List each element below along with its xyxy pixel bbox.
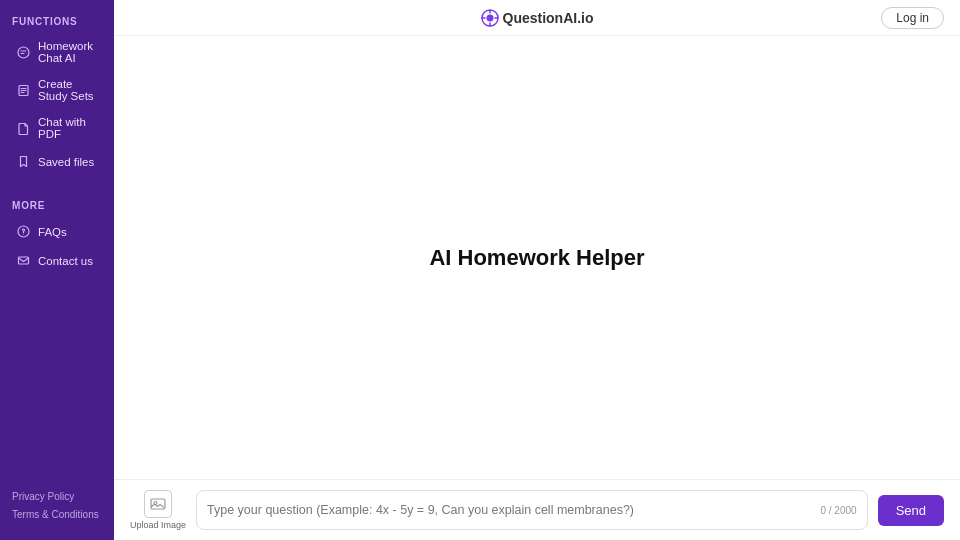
sidebar-more-label: MORE	[0, 184, 114, 217]
sidebar-functions-label: FUNCTIONS	[0, 0, 114, 33]
sidebar-item-label: Homework Chat AI	[38, 40, 98, 64]
sidebar-item-label: Saved files	[38, 156, 94, 168]
sidebar-item-saved-files[interactable]: Saved files	[4, 148, 110, 175]
logo-icon	[481, 9, 499, 27]
page-title: AI Homework Helper	[429, 245, 644, 271]
svg-rect-7	[151, 499, 165, 509]
sidebar-item-label: FAQs	[38, 226, 67, 238]
pdf-icon	[16, 121, 31, 136]
content-area: AI Homework Helper	[114, 36, 960, 479]
question-input[interactable]	[207, 503, 820, 517]
sidebar-item-label: Chat with PDF	[38, 116, 98, 140]
mail-icon	[16, 253, 31, 268]
upload-label: Upload Image	[130, 520, 186, 530]
bookmark-icon	[16, 154, 31, 169]
sidebar-item-contact[interactable]: Contact us	[4, 247, 110, 274]
terms-link[interactable]: Terms & Conditions	[12, 506, 102, 524]
upload-image-button[interactable]: Upload Image	[130, 490, 186, 530]
question-icon	[16, 224, 31, 239]
header: QuestionAI.io Log in	[114, 0, 960, 36]
svg-point-6	[486, 14, 493, 21]
char-count: 0 / 2000	[820, 505, 856, 516]
login-button[interactable]: Log in	[881, 7, 944, 29]
book-icon	[16, 83, 31, 98]
input-bar: Upload Image 0 / 2000 Send	[114, 479, 960, 540]
sidebar-item-chat-pdf[interactable]: Chat with PDF	[4, 110, 110, 146]
logo-text: QuestionAI.io	[503, 10, 594, 26]
sidebar-item-label: Create Study Sets	[38, 78, 98, 102]
sidebar-item-label: Contact us	[38, 255, 93, 267]
upload-icon	[144, 490, 172, 518]
svg-rect-4	[19, 257, 29, 264]
sidebar: FUNCTIONS Homework Chat AI Create Study …	[0, 0, 114, 540]
sidebar-footer: Privacy Policy Terms & Conditions	[0, 488, 114, 524]
send-button[interactable]: Send	[878, 495, 944, 526]
svg-point-3	[23, 234, 24, 235]
sidebar-item-homework-chat[interactable]: Homework Chat AI	[4, 34, 110, 70]
logo: QuestionAI.io	[481, 9, 594, 27]
sidebar-item-create-study[interactable]: Create Study Sets	[4, 72, 110, 108]
svg-point-0	[18, 47, 29, 58]
question-input-wrapper: 0 / 2000	[196, 490, 868, 530]
sidebar-item-faqs[interactable]: FAQs	[4, 218, 110, 245]
chat-icon	[16, 45, 31, 60]
main-panel: QuestionAI.io Log in AI Homework Helper …	[114, 0, 960, 540]
privacy-policy-link[interactable]: Privacy Policy	[12, 488, 102, 506]
